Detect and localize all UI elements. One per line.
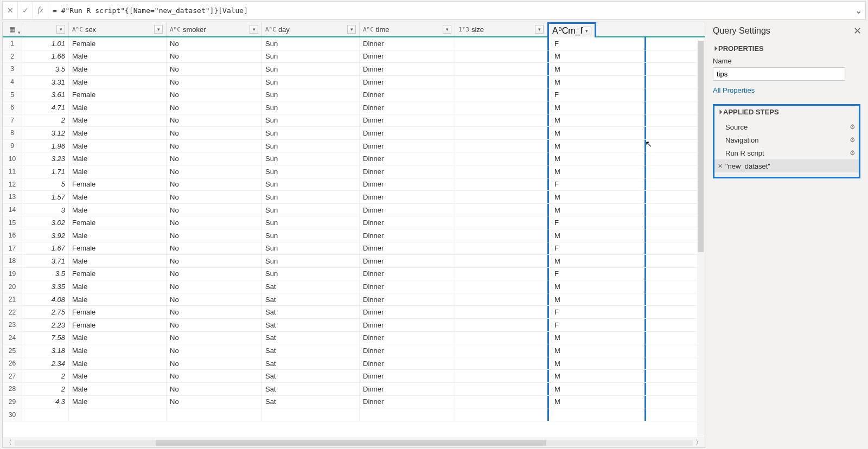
- cell[interactable]: F: [547, 88, 646, 101]
- cell[interactable]: [455, 268, 547, 280]
- table-row[interactable]: 53.61FemaleNoSunDinnerF: [3, 88, 705, 101]
- scroll-left-icon[interactable]: 〈: [3, 438, 15, 447]
- table-row[interactable]: 33.5MaleNoSunDinnerM: [3, 63, 705, 76]
- cell[interactable]: 3.31: [22, 76, 69, 88]
- table-row[interactable]: 247.58MaleNoSatDinnerM: [3, 332, 705, 345]
- cell[interactable]: M: [547, 63, 646, 75]
- filter-dropdown-icon[interactable]: ▾: [535, 25, 544, 34]
- cell[interactable]: [455, 306, 547, 318]
- cell[interactable]: No: [167, 344, 262, 357]
- row-number[interactable]: 4: [3, 76, 22, 88]
- cell[interactable]: 3.5: [22, 268, 69, 280]
- cell[interactable]: 2: [22, 114, 69, 127]
- table-row[interactable]: 125FemaleNoSunDinnerF: [3, 178, 705, 191]
- cell[interactable]: No: [167, 88, 262, 101]
- cell[interactable]: [455, 204, 547, 216]
- cell[interactable]: [455, 396, 547, 408]
- cell[interactable]: F: [547, 37, 646, 50]
- column-header-0[interactable]: ▾: [22, 22, 69, 36]
- cell[interactable]: [167, 408, 262, 421]
- cell[interactable]: No: [167, 306, 262, 318]
- cell[interactable]: Female: [69, 242, 167, 255]
- cell[interactable]: Sun: [262, 165, 360, 178]
- row-number[interactable]: 8: [3, 127, 22, 139]
- cell[interactable]: Sat: [262, 370, 360, 382]
- row-number[interactable]: 9: [3, 140, 22, 152]
- filter-dropdown-icon[interactable]: ▾: [347, 25, 356, 34]
- cell[interactable]: 2.23: [22, 319, 69, 331]
- cell[interactable]: No: [167, 242, 262, 255]
- cell[interactable]: Sun: [262, 50, 360, 63]
- scroll-right-icon[interactable]: 〉: [693, 438, 705, 447]
- table-row[interactable]: 294.3MaleNoSatDinnerM: [3, 396, 705, 409]
- query-name-input[interactable]: [713, 67, 845, 81]
- cell[interactable]: F: [547, 319, 646, 331]
- cell[interactable]: M: [547, 255, 646, 267]
- cell[interactable]: Male: [69, 127, 167, 139]
- gear-icon[interactable]: ⚙: [850, 123, 856, 131]
- row-number[interactable]: 2: [3, 50, 22, 63]
- cell[interactable]: [455, 88, 547, 101]
- row-number[interactable]: 25: [3, 344, 22, 357]
- cell[interactable]: [455, 178, 547, 191]
- column-header-sex[interactable]: AᴮCsex▾: [69, 22, 167, 36]
- cell[interactable]: Dinner: [360, 280, 455, 293]
- cell[interactable]: Dinner: [360, 370, 455, 382]
- cell[interactable]: Male: [69, 383, 167, 395]
- cell[interactable]: Male: [69, 370, 167, 382]
- cell[interactable]: M: [547, 114, 646, 127]
- cell[interactable]: [455, 216, 547, 229]
- cell[interactable]: Dinner: [360, 396, 455, 408]
- cell[interactable]: 3.18: [22, 344, 69, 357]
- cell[interactable]: Sun: [262, 216, 360, 229]
- applied-step[interactable]: ✕"new_dataset": [714, 159, 859, 172]
- cell[interactable]: 3.02: [22, 216, 69, 229]
- cell[interactable]: No: [167, 216, 262, 229]
- cell[interactable]: 3.71: [22, 255, 69, 267]
- row-number[interactable]: 7: [3, 114, 22, 127]
- cell[interactable]: Sat: [262, 396, 360, 408]
- cell[interactable]: M: [547, 383, 646, 395]
- cell[interactable]: Female: [69, 306, 167, 318]
- cell[interactable]: [455, 357, 547, 370]
- cell[interactable]: F: [547, 242, 646, 255]
- cell[interactable]: 5: [22, 178, 69, 191]
- row-number[interactable]: 12: [3, 178, 22, 191]
- cell[interactable]: Male: [69, 114, 167, 127]
- row-number[interactable]: 21: [3, 293, 22, 306]
- cell[interactable]: Sun: [262, 76, 360, 88]
- cell[interactable]: Dinner: [360, 306, 455, 318]
- cell[interactable]: [455, 191, 547, 203]
- table-row[interactable]: 282MaleNoSatDinnerM: [3, 383, 705, 396]
- table-row[interactable]: 183.71MaleNoSunDinnerM: [3, 255, 705, 268]
- cell[interactable]: Sun: [262, 37, 360, 50]
- row-number[interactable]: 16: [3, 229, 22, 242]
- cell[interactable]: No: [167, 63, 262, 75]
- cell[interactable]: F: [547, 306, 646, 318]
- cell[interactable]: [455, 255, 547, 267]
- cell[interactable]: Dinner: [360, 216, 455, 229]
- cell[interactable]: No: [167, 268, 262, 280]
- table-row[interactable]: 30: [3, 408, 705, 421]
- table-row[interactable]: 131.57MaleNoSunDinnerM: [3, 191, 705, 204]
- cell[interactable]: Sun: [262, 152, 360, 165]
- table-row[interactable]: 143MaleNoSunDinnerM: [3, 204, 705, 217]
- cell[interactable]: Male: [69, 344, 167, 357]
- cell[interactable]: [455, 101, 547, 114]
- cell[interactable]: No: [167, 114, 262, 127]
- row-number[interactable]: 18: [3, 255, 22, 267]
- column-header-time[interactable]: AᴮCtime▾: [360, 22, 455, 36]
- cell[interactable]: 3.5: [22, 63, 69, 75]
- table-row[interactable]: 163.92MaleNoSunDinnerM: [3, 229, 705, 242]
- row-number[interactable]: 26: [3, 357, 22, 370]
- cell[interactable]: [69, 408, 167, 421]
- cell[interactable]: Sun: [262, 242, 360, 255]
- cell[interactable]: Male: [69, 140, 167, 152]
- cell[interactable]: M: [547, 396, 646, 408]
- row-number[interactable]: 14: [3, 204, 22, 216]
- cell[interactable]: [455, 383, 547, 395]
- cell[interactable]: Dinner: [360, 127, 455, 139]
- cell[interactable]: Dinner: [360, 293, 455, 306]
- cell[interactable]: M: [547, 191, 646, 203]
- cell[interactable]: No: [167, 396, 262, 408]
